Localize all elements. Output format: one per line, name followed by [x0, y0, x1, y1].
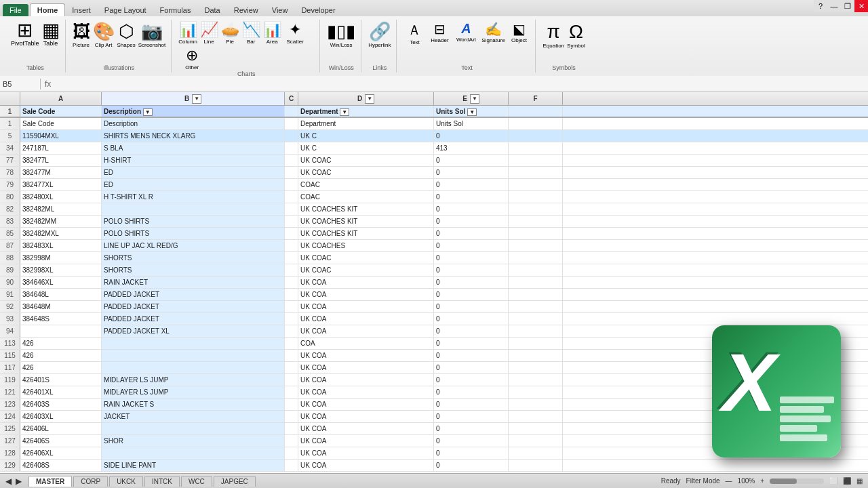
- cell-90-d[interactable]: UK COA: [298, 277, 434, 288]
- cell-87-b[interactable]: LINE UP JAC XL RED/G: [102, 240, 285, 251]
- tab-data[interactable]: Data: [197, 4, 226, 16]
- clip-art-button[interactable]: 🎨 Clip Art: [93, 21, 115, 48]
- cell-78-e[interactable]: 0: [434, 167, 509, 178]
- cell-117-b[interactable]: [102, 362, 285, 373]
- cell-82-e[interactable]: 0: [434, 203, 509, 215]
- cell-89-e[interactable]: 0: [434, 264, 509, 276]
- cell-1b[interactable]: Description ▼: [102, 106, 285, 117]
- cell-88-a[interactable]: 382998M: [20, 252, 102, 264]
- cell-92-a[interactable]: 384648M: [20, 301, 102, 312]
- cell-1-e[interactable]: Units Sol: [434, 118, 509, 129]
- cell-93-a[interactable]: 384648S: [20, 313, 102, 325]
- winloss-button[interactable]: ▮▯▮ Win/Loss: [327, 21, 355, 48]
- cell-91-a[interactable]: 384648L: [20, 289, 102, 300]
- cell-5-a[interactable]: 115904MXL: [20, 130, 102, 142]
- cell-78-b[interactable]: ED: [102, 167, 285, 178]
- cell-125-d[interactable]: UK COA: [298, 423, 434, 434]
- cell-119-e[interactable]: 0: [434, 374, 509, 386]
- col-b-filter[interactable]: ▼: [192, 94, 201, 104]
- page-break-view-button[interactable]: ▦: [856, 477, 863, 485]
- equation-button[interactable]: π Equation: [542, 21, 564, 49]
- cell-94-e[interactable]: 0: [434, 325, 509, 337]
- cell-117-d[interactable]: UK COA: [298, 362, 434, 373]
- line-chart-button[interactable]: 📈 Line: [199, 21, 218, 45]
- cell-125-b[interactable]: [102, 423, 285, 434]
- cell-91-e[interactable]: 0: [434, 289, 509, 300]
- sheet-tab-wcc[interactable]: WCC: [181, 476, 212, 487]
- col-header-b[interactable]: B ▼: [102, 92, 285, 105]
- cell-1a[interactable]: Sale Code: [20, 106, 102, 117]
- cell-77-a[interactable]: 382477L: [20, 155, 102, 166]
- cell-124-e[interactable]: 0: [434, 411, 509, 422]
- bar-chart-button[interactable]: 📉 Bar: [241, 21, 260, 45]
- tab-formulas[interactable]: Formulas: [153, 4, 198, 16]
- col-e-filter[interactable]: ▼: [470, 94, 479, 104]
- sheet-tab-ukck[interactable]: UKCK: [109, 476, 143, 487]
- col-header-a[interactable]: A: [20, 92, 102, 105]
- sheet-tab-master[interactable]: MASTER: [28, 476, 72, 487]
- cell-1-a[interactable]: Sale Code: [20, 118, 102, 129]
- zoom-in-button[interactable]: +: [760, 477, 764, 485]
- tab-home[interactable]: Home: [30, 3, 66, 16]
- tab-developer[interactable]: Developer: [294, 4, 342, 16]
- cell-90-a[interactable]: 384646XL: [20, 277, 102, 288]
- close-button[interactable]: ✕: [854, 0, 868, 12]
- cell-128-e[interactable]: 0: [434, 447, 509, 459]
- cell-124-b[interactable]: JACKET: [102, 411, 285, 422]
- formula-input[interactable]: [55, 83, 868, 85]
- cell-127-a[interactable]: 426406S: [20, 435, 102, 447]
- cell-80-a[interactable]: 382480XL: [20, 191, 102, 203]
- cell-77-b[interactable]: H-SHIRT: [102, 155, 285, 166]
- cell-5-e[interactable]: 0: [434, 130, 509, 142]
- cell-129-a[interactable]: 426408S: [20, 460, 102, 471]
- cell-121-b[interactable]: MIDLAYER LS JUMP: [102, 386, 285, 398]
- cell-83-e[interactable]: 0: [434, 216, 509, 227]
- cell-123-b[interactable]: RAIN JACKET S: [102, 399, 285, 410]
- hyperlink-button[interactable]: 🔗 Hyperlink: [368, 21, 391, 48]
- cell-94-b[interactable]: PADDED JACKET XL: [102, 325, 285, 337]
- cell-79-d[interactable]: COAC: [298, 179, 434, 190]
- cell-91-d[interactable]: UK COA: [298, 289, 434, 300]
- cell-79-a[interactable]: 382477XL: [20, 179, 102, 190]
- wordart-button[interactable]: A WordArt: [454, 21, 478, 45]
- cell-117-e[interactable]: 0: [434, 362, 509, 373]
- cell-34-e[interactable]: 413: [434, 142, 509, 154]
- cell-78-d[interactable]: UK COAC: [298, 167, 434, 178]
- zoom-slider[interactable]: [770, 479, 824, 484]
- restore-button[interactable]: ❐: [841, 0, 854, 12]
- object-button[interactable]: ⬕ Object: [508, 21, 530, 45]
- cell-79-e[interactable]: 0: [434, 179, 509, 190]
- column-chart-button[interactable]: 📊 Column: [178, 21, 197, 45]
- cell-85-e[interactable]: 0: [434, 228, 509, 239]
- cell-83-b[interactable]: POLO SHIRTS: [102, 216, 285, 227]
- sheet-tab-intck[interactable]: INTCK: [144, 476, 180, 487]
- col-header-c[interactable]: C: [285, 92, 298, 105]
- cell-77-e[interactable]: 0: [434, 155, 509, 166]
- cell-90-b[interactable]: RAIN JACKET: [102, 277, 285, 288]
- cell-129-d[interactable]: UK COA: [298, 460, 434, 471]
- cell-34-b[interactable]: S BLA: [102, 142, 285, 154]
- col-header-f[interactable]: F: [509, 92, 563, 105]
- zoom-out-button[interactable]: —: [726, 477, 732, 485]
- cell-123-d[interactable]: UK COA: [298, 399, 434, 410]
- cell-34-d[interactable]: UK C: [298, 142, 434, 154]
- cell-87-d[interactable]: UK COACHES: [298, 240, 434, 251]
- signature-button[interactable]: ✍ Signature: [480, 21, 506, 45]
- cell-78-a[interactable]: 382477M: [20, 167, 102, 178]
- pivot-table-button[interactable]: ⊞ PivotTable: [11, 21, 39, 47]
- cell-124-d[interactable]: UK COA: [298, 411, 434, 422]
- cell-113-a[interactable]: 426: [20, 338, 102, 349]
- scatter-chart-button[interactable]: ✦ Scatter: [283, 21, 307, 45]
- cell-77-d[interactable]: UK COAC: [298, 155, 434, 166]
- cell-87-a[interactable]: 382483XL: [20, 240, 102, 251]
- cell-94-d[interactable]: UK COA: [298, 325, 434, 337]
- cell-89-b[interactable]: SHORTS: [102, 264, 285, 276]
- cell-82-d[interactable]: UK COACHES KIT: [298, 203, 434, 215]
- header-footer-button[interactable]: ⊟ Header: [427, 21, 452, 45]
- cell-83-d[interactable]: UK COACHES KIT: [298, 216, 434, 227]
- cell-88-d[interactable]: UK COAC: [298, 252, 434, 264]
- cell-89-a[interactable]: 382998XL: [20, 264, 102, 276]
- cell-127-e[interactable]: 0: [434, 435, 509, 447]
- cell-113-b[interactable]: [102, 338, 285, 349]
- symbol-button[interactable]: Ω Symbol: [567, 21, 585, 49]
